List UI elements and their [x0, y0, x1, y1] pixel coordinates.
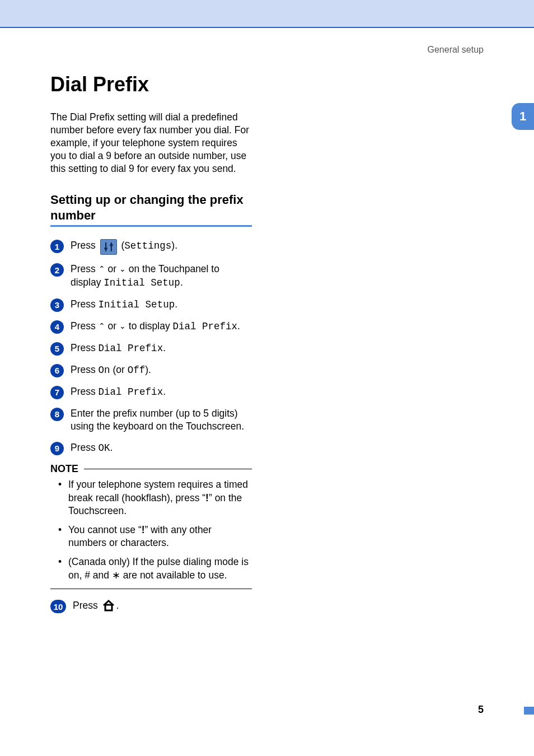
step-1: 1 Press (Settings). — [50, 239, 252, 255]
step-4-d: . — [237, 320, 240, 332]
step-1-close-paren: ). — [171, 240, 177, 251]
note-3-star: ∗ — [112, 570, 120, 581]
svg-rect-4 — [105, 605, 112, 610]
steps-list: 1 Press (Settings). 2 — [50, 239, 252, 455]
footer-mark — [524, 707, 534, 715]
step-7: 7 Press Dial Prefix. — [50, 385, 252, 399]
step-bullet-8: 8 — [50, 408, 64, 421]
step-6-mid: (or — [110, 364, 128, 375]
step-1-settings-label: Settings — [124, 240, 171, 251]
step-6-body: Press On (or Off). — [71, 363, 151, 377]
step-10-a: Press — [73, 600, 101, 611]
page: General setup 1 Dial Prefix The Dial Pre… — [0, 0, 534, 756]
step-bullet-3: 3 — [50, 298, 64, 312]
step-1-body: Press (Settings). — [71, 239, 177, 255]
step-1-press: Press — [71, 240, 99, 251]
steps-list-2: 10 Press . — [50, 599, 252, 615]
step-7-a: Press — [71, 386, 99, 397]
svg-rect-0 — [105, 242, 106, 251]
note-block: NOTE If your telephone system requires a… — [50, 463, 252, 589]
home-icon — [102, 599, 115, 615]
step-2-d: . — [180, 277, 183, 288]
step-2-menu: Initial Setup — [104, 277, 180, 288]
chapter-tab: 1 — [512, 103, 534, 130]
step-3-a: Press — [71, 298, 99, 310]
step-bullet-2: 2 — [50, 263, 64, 277]
note-3-b: are not available to use. — [120, 570, 227, 581]
subheading-rule — [50, 225, 252, 227]
step-3-b: . — [175, 298, 177, 310]
note-item-3: (Canada only) If the pulse dialing mode … — [60, 556, 252, 582]
note-2-a: You cannot use “ — [68, 524, 142, 535]
intro-paragraph: The Dial Prefix setting will dial a pred… — [50, 111, 252, 175]
chevron-down-icon: ⌄ — [119, 264, 126, 274]
step-7-menu: Dial Prefix — [99, 386, 163, 398]
step-9: 9 Press OK. — [50, 441, 252, 455]
note-item-2: You cannot use “!” with any other number… — [60, 524, 252, 550]
content-column: Dial Prefix The Dial Prefix setting will… — [50, 73, 252, 623]
step-bullet-10: 10 — [50, 600, 66, 613]
step-2: 2 Press ⌃ or ⌄ on the Touchpanel to disp… — [50, 263, 252, 290]
step-9-body: Press OK. — [71, 441, 113, 455]
chevron-up-icon: ⌃ — [99, 321, 105, 332]
step-7-b: . — [163, 386, 166, 397]
top-band — [0, 0, 534, 27]
subheading: Setting up or changing the prefix number — [50, 192, 252, 223]
step-2-body: Press ⌃ or ⌄ on the Touchpanel to displa… — [71, 263, 252, 290]
chevron-down-icon: ⌄ — [119, 321, 126, 332]
svg-rect-1 — [110, 242, 111, 251]
svg-rect-2 — [104, 248, 107, 250]
note-rule — [84, 469, 252, 469]
note-end-rule — [50, 589, 252, 589]
step-bullet-7: 7 — [50, 386, 64, 399]
note-list: If your telephone system requires a time… — [50, 478, 252, 582]
step-10-body: Press . — [73, 599, 119, 615]
page-number: 5 — [478, 704, 484, 716]
step-9-a: Press — [71, 442, 99, 453]
step-4-c: to display — [126, 320, 173, 332]
step-5-menu: Dial Prefix — [99, 343, 163, 354]
step-6-on: On — [99, 365, 110, 376]
step-7-body: Press Dial Prefix. — [71, 385, 166, 399]
step-3-menu: Initial Setup — [99, 299, 175, 310]
settings-icon — [100, 239, 117, 255]
step-4-menu: Dial Prefix — [173, 321, 238, 332]
step-6: 6 Press On (or Off). — [50, 363, 252, 377]
step-5-b: . — [163, 342, 166, 353]
step-3: 3 Press Initial Setup. — [50, 298, 252, 312]
step-9-ok: OK — [99, 442, 110, 454]
section-label: General setup — [427, 45, 484, 55]
step-6-a: Press — [71, 364, 99, 375]
step-9-b: . — [110, 442, 113, 453]
step-5-a: Press — [71, 342, 99, 353]
step-3-body: Press Initial Setup. — [71, 298, 177, 312]
step-4-a: Press — [71, 320, 99, 332]
step-2-a: Press — [71, 263, 99, 274]
chevron-up-icon: ⌃ — [99, 264, 105, 274]
step-6-end: ). — [145, 364, 151, 375]
step-10: 10 Press . — [50, 599, 252, 615]
step-bullet-1: 1 — [50, 240, 64, 253]
footer: 5 — [478, 704, 484, 716]
step-4-body: Press ⌃ or ⌄ to display Dial Prefix. — [71, 320, 240, 334]
note-heading: NOTE — [50, 463, 252, 475]
step-bullet-5: 5 — [50, 342, 64, 356]
step-4-b: or — [105, 320, 119, 332]
page-title: Dial Prefix — [50, 73, 252, 96]
step-2-b: or — [105, 263, 119, 274]
note-label: NOTE — [50, 463, 78, 475]
step-bullet-6: 6 — [50, 364, 64, 377]
step-4: 4 Press ⌃ or ⌄ to display Dial Prefix. — [50, 320, 252, 334]
step-10-b: . — [116, 600, 119, 611]
step-8-body: Enter the prefix number (up to 5 digits)… — [71, 407, 252, 433]
step-8: 8 Enter the prefix number (up to 5 digit… — [50, 407, 252, 433]
header-rule — [0, 27, 534, 28]
step-5-body: Press Dial Prefix. — [71, 342, 166, 356]
step-5: 5 Press Dial Prefix. — [50, 342, 252, 356]
note-item-1: If your telephone system requires a time… — [60, 478, 252, 518]
step-6-off: Off — [128, 365, 146, 376]
step-bullet-9: 9 — [50, 442, 64, 455]
svg-rect-3 — [110, 244, 113, 246]
step-bullet-4: 4 — [50, 320, 64, 334]
